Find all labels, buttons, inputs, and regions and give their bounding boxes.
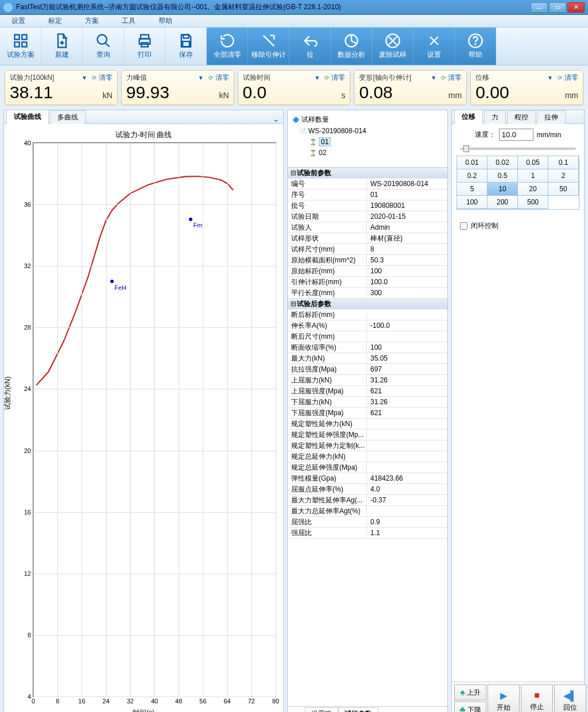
- param-row[interactable]: 伸长率A(%)-100.0: [288, 320, 447, 331]
- param-row[interactable]: 试样尺寸(mm)8: [288, 244, 447, 255]
- tab-tensile[interactable]: 拉伸: [537, 110, 566, 124]
- param-row[interactable]: 编号WS-20190808-014: [288, 179, 447, 189]
- close-button[interactable]: ✕: [567, 2, 585, 13]
- param-row[interactable]: 弹性模量(Gpa)418423.66: [288, 473, 447, 484]
- tab-program[interactable]: 程控: [507, 110, 536, 124]
- param-row[interactable]: 规定塑性延伸强度(Mp...: [288, 429, 447, 440]
- tab-curve[interactable]: 试验曲线: [6, 110, 49, 124]
- minimize-button[interactable]: —: [531, 2, 548, 13]
- param-row[interactable]: 原始横截面积(mm^2)50.3: [288, 255, 447, 266]
- toolbar-back[interactable]: 拉: [289, 28, 331, 65]
- param-row[interactable]: 抗拉强度(Mpa)697: [288, 364, 447, 375]
- toolbar-pie[interactable]: 数据分析: [331, 28, 372, 65]
- param-row[interactable]: 平行长度(mm)300: [288, 288, 447, 299]
- dropdown-icon[interactable]: ▼: [82, 75, 87, 81]
- menu-plan[interactable]: 方案: [79, 16, 116, 26]
- clear-button[interactable]: 清零: [564, 73, 578, 83]
- speed-preset-0.02[interactable]: 0.02: [487, 156, 518, 169]
- toolbar-tools[interactable]: 设置: [413, 28, 455, 65]
- param-row[interactable]: 屈强比0.9: [288, 517, 447, 528]
- param-row[interactable]: 屈服点延伸率(%)4.0: [288, 484, 447, 495]
- dropdown-icon[interactable]: ▼: [547, 75, 553, 81]
- param-row[interactable]: 规定总延伸力(kN): [288, 451, 447, 462]
- speed-preset-20[interactable]: 20: [517, 182, 548, 196]
- speed-preset-0.01[interactable]: 0.01: [457, 156, 488, 169]
- toolbar-grid[interactable]: 试验方案: [0, 28, 41, 65]
- down-button[interactable]: ♣下降: [454, 702, 486, 712]
- start-button[interactable]: ▶开始: [488, 684, 520, 712]
- speed-preset-200[interactable]: 200: [487, 195, 518, 209]
- speed-preset-0.1[interactable]: 0.1: [548, 156, 579, 169]
- toolbar-reset[interactable]: 全部清零: [207, 28, 248, 65]
- toolbar-save[interactable]: 保存: [165, 28, 207, 65]
- param-row[interactable]: 引伸计标距(mm)100.0: [288, 277, 447, 288]
- param-row[interactable]: 试验人Admin: [288, 222, 447, 233]
- param-row[interactable]: 下屈服强度(Mpa)621: [288, 408, 447, 419]
- menu-settings[interactable]: 设置: [6, 16, 42, 26]
- param-row[interactable]: 试验日期2020-01-15: [288, 211, 447, 222]
- tab-settings-items[interactable]: 设置项: [305, 707, 338, 713]
- param-row[interactable]: 试样形状棒材(直径): [288, 233, 447, 244]
- stop-button[interactable]: ■停止: [521, 684, 553, 712]
- speed-preset-50[interactable]: 50: [548, 182, 579, 196]
- toolbar-file-plus[interactable]: 新建: [41, 28, 83, 65]
- toolbar-search[interactable]: 查询: [83, 28, 124, 65]
- param-row[interactable]: 原始标距(mm)100: [288, 266, 447, 277]
- speed-input[interactable]: [499, 129, 533, 141]
- dropdown-icon[interactable]: ▼: [431, 75, 436, 81]
- speed-preset-2[interactable]: 2: [548, 169, 579, 183]
- up-button[interactable]: ♠上升: [454, 684, 486, 701]
- speed-preset-500[interactable]: 500: [517, 195, 548, 209]
- menu-tools[interactable]: 工具: [116, 16, 153, 26]
- tab-multi-curve[interactable]: 多曲线: [50, 110, 86, 124]
- param-row[interactable]: 断面收缩率(%)100: [288, 342, 447, 353]
- param-row[interactable]: 规定塑性延伸力定制(k...: [288, 440, 447, 451]
- tab-sample-params[interactable]: 试样参数: [338, 707, 378, 713]
- refresh-icon[interactable]: ⟳: [208, 75, 213, 81]
- speed-slider[interactable]: [460, 148, 576, 150]
- param-row[interactable]: 断后标距(mm): [288, 309, 447, 320]
- clear-button[interactable]: 清零: [215, 73, 229, 83]
- clear-button[interactable]: 清零: [99, 73, 113, 83]
- param-row[interactable]: 强屈比1.1: [288, 528, 447, 539]
- speed-preset-0.5[interactable]: 0.5: [487, 169, 518, 183]
- speed-preset-0.05[interactable]: 0.05: [517, 156, 548, 169]
- tab-displacement[interactable]: 位移: [454, 110, 483, 124]
- maximize-button[interactable]: ▭: [549, 2, 566, 13]
- param-row[interactable]: 最大力总延伸率Agt(%): [288, 506, 447, 517]
- closed-loop-checkbox[interactable]: [460, 222, 467, 230]
- clear-button[interactable]: 清零: [331, 73, 345, 83]
- speed-preset-100[interactable]: 100: [457, 195, 488, 209]
- param-row[interactable]: 上屈服力(kN)31.26: [288, 375, 447, 386]
- toolbar-discard[interactable]: 废除试样: [372, 28, 413, 65]
- refresh-icon[interactable]: ⟳: [324, 75, 329, 81]
- collapse-icon[interactable]: ⊟: [290, 169, 297, 177]
- tree-item-01[interactable]: ⌛01: [291, 136, 444, 148]
- param-row[interactable]: 最大力塑性延伸率Ag(...-0.37: [288, 495, 447, 506]
- param-row[interactable]: 规定塑性延伸力(kN): [288, 419, 447, 429]
- toolbar-remove[interactable]: 移除引伸计: [248, 28, 289, 65]
- toolbar-printer[interactable]: 打印: [124, 28, 165, 65]
- menu-calibration[interactable]: 标定: [42, 16, 79, 26]
- tree-item-02[interactable]: ⌛02: [291, 148, 444, 158]
- param-row[interactable]: 上屈服强度(Mpa)621: [288, 386, 447, 397]
- tab-force[interactable]: 力: [484, 110, 506, 124]
- menu-help[interactable]: 帮助: [153, 16, 189, 26]
- speed-preset-5[interactable]: 5: [457, 182, 488, 196]
- toolbar-help[interactable]: 帮助: [455, 28, 496, 65]
- tree-root[interactable]: 📄WS-20190808-014: [291, 126, 444, 136]
- speed-preset-1[interactable]: 1: [517, 169, 548, 183]
- collapse-icon[interactable]: ⊟: [290, 300, 297, 308]
- refresh-icon[interactable]: ⟳: [441, 75, 446, 81]
- speed-preset-0.2[interactable]: 0.2: [457, 169, 488, 183]
- param-row[interactable]: 序号01: [288, 189, 447, 200]
- dropdown-icon[interactable]: ▼: [198, 75, 204, 81]
- clear-button[interactable]: 清零: [448, 73, 462, 83]
- param-row[interactable]: 最大力(kN)35.05: [288, 353, 447, 364]
- param-row[interactable]: 批号190808001: [288, 200, 447, 211]
- param-row[interactable]: 规定总延伸强度(Mpa): [288, 462, 447, 473]
- param-row[interactable]: 断后尺寸(mm): [288, 331, 447, 342]
- speed-preset-10[interactable]: 10: [487, 182, 518, 196]
- refresh-icon[interactable]: ⟳: [92, 75, 96, 81]
- dropdown-icon[interactable]: ▼: [314, 75, 320, 81]
